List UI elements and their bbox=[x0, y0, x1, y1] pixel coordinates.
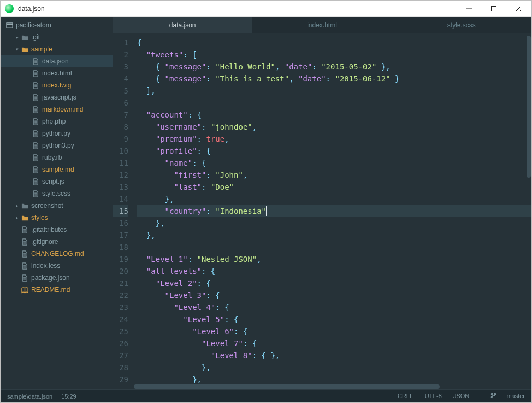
vertical-scrollbar[interactable] bbox=[526, 33, 531, 389]
tree-item-label: data.json bbox=[42, 57, 69, 65]
file-icon bbox=[31, 142, 40, 149]
tree-item-label: sample.md bbox=[42, 166, 74, 173]
tree-item[interactable]: data.json bbox=[1, 55, 113, 67]
code-line[interactable]: "first": "John", bbox=[137, 169, 531, 181]
tree-item[interactable]: script.js bbox=[1, 176, 113, 188]
svg-rect-1 bbox=[6, 22, 12, 27]
status-bar: sample\data.json 15:29 CRLF UTF-8 JSON m… bbox=[1, 389, 531, 402]
editor-tabs: data.jsonindex.htmlstyle.scss bbox=[113, 17, 531, 33]
file-icon bbox=[31, 130, 40, 137]
horizontal-scrollbar[interactable] bbox=[133, 384, 526, 389]
svg-point-4 bbox=[492, 396, 493, 398]
vertical-scroll-thumb[interactable] bbox=[527, 36, 531, 178]
status-branch[interactable]: master bbox=[481, 393, 525, 399]
horizontal-scroll-thumb[interactable] bbox=[134, 384, 440, 389]
text-cursor bbox=[266, 206, 267, 216]
code-area[interactable]: { "tweets": [ { "message": "Hello World"… bbox=[133, 33, 531, 389]
line-number: 23 bbox=[113, 301, 128, 313]
code-line[interactable]: }, bbox=[137, 217, 531, 229]
tree-item-label: javascript.js bbox=[42, 94, 76, 101]
folder-icon bbox=[20, 214, 29, 221]
line-number: 18 bbox=[113, 241, 128, 253]
tree-item[interactable]: .gitattributes bbox=[1, 224, 113, 236]
tree-item[interactable]: CHANGELOG.md bbox=[1, 248, 113, 260]
code-line[interactable]: }, bbox=[137, 229, 531, 241]
file-icon bbox=[31, 106, 40, 113]
tree-item[interactable]: markdown.md bbox=[1, 103, 113, 115]
file-icon bbox=[20, 226, 29, 233]
tree-item[interactable]: ▾sample bbox=[1, 43, 113, 55]
tree-item[interactable]: style.scss bbox=[1, 188, 113, 200]
tree-item[interactable]: python3.py bbox=[1, 139, 113, 151]
code-line[interactable]: "all levels": { bbox=[137, 265, 531, 277]
file-icon bbox=[31, 58, 40, 65]
line-number: 13 bbox=[113, 181, 128, 193]
editor-tab[interactable]: index.html bbox=[252, 17, 392, 33]
status-language[interactable]: JSON bbox=[453, 393, 469, 399]
tree-item[interactable]: javascript.js bbox=[1, 91, 113, 103]
code-line[interactable]: "Level 4": { bbox=[137, 301, 531, 313]
tree-item[interactable]: .gitignore bbox=[1, 236, 113, 248]
status-encoding[interactable]: UTF-8 bbox=[425, 393, 442, 399]
status-cursor[interactable]: 15:29 bbox=[61, 393, 76, 400]
code-line[interactable]: "Level 5": { bbox=[137, 313, 531, 325]
tree-item[interactable]: index.twig bbox=[1, 79, 113, 91]
tree-item-label: php.php bbox=[42, 118, 66, 125]
status-eol[interactable]: CRLF bbox=[398, 393, 413, 399]
code-line[interactable]: "last": "Doe" bbox=[137, 181, 531, 193]
code-line[interactable]: { "message": "Hello World", "date": "201… bbox=[137, 61, 531, 73]
close-button[interactable] bbox=[506, 1, 530, 16]
tree-item-label: index.less bbox=[31, 262, 60, 270]
tree-item[interactable]: ▸screenshot bbox=[1, 200, 113, 212]
code-editor[interactable]: 1234567891011121314151617181920212223242… bbox=[113, 33, 531, 389]
code-line[interactable] bbox=[137, 241, 531, 253]
line-number-gutter: 1234567891011121314151617181920212223242… bbox=[113, 33, 133, 389]
tree-item[interactable]: sample.md bbox=[1, 163, 113, 176]
tree-item[interactable]: php.php bbox=[1, 115, 113, 127]
code-line[interactable] bbox=[137, 97, 531, 109]
code-line[interactable]: "Level 6": { bbox=[137, 325, 531, 337]
editor-tab[interactable]: data.json bbox=[113, 17, 252, 33]
code-line[interactable]: "premium": true, bbox=[137, 133, 531, 145]
tree-item[interactable]: python.py bbox=[1, 127, 113, 139]
app-logo-icon bbox=[5, 4, 14, 13]
code-line[interactable]: ], bbox=[137, 85, 531, 97]
maximize-button[interactable] bbox=[481, 1, 506, 16]
code-line[interactable]: "username": "johndoe", bbox=[137, 121, 531, 133]
code-line[interactable]: "country": "Indonesia" bbox=[137, 205, 531, 217]
code-line[interactable]: "profile": { bbox=[137, 145, 531, 157]
line-number: 14 bbox=[113, 193, 128, 205]
code-line[interactable]: { "message": "This is a test", "date": "… bbox=[137, 73, 531, 85]
line-number: 9 bbox=[113, 133, 128, 145]
file-tree-sidebar[interactable]: pacific-atom ▸.git▾sampledata.jsonindex.… bbox=[1, 17, 113, 389]
chevron-icon: ▸ bbox=[14, 215, 20, 220]
line-number: 22 bbox=[113, 289, 128, 301]
line-number: 17 bbox=[113, 229, 128, 241]
code-line[interactable]: { bbox=[137, 37, 531, 49]
code-line[interactable]: "Level 2": { bbox=[137, 277, 531, 289]
tree-item[interactable]: ruby.rb bbox=[1, 151, 113, 163]
code-line[interactable]: "Level 1": "Nested JSON", bbox=[137, 253, 531, 265]
tree-item[interactable]: package.json bbox=[1, 272, 113, 284]
file-icon bbox=[31, 118, 40, 125]
file-icon bbox=[31, 178, 40, 185]
tree-item[interactable]: ▸.git bbox=[1, 31, 113, 43]
project-root[interactable]: pacific-atom bbox=[1, 19, 113, 31]
code-line[interactable]: "Level 3": { bbox=[137, 289, 531, 301]
window-title: data.json bbox=[18, 5, 45, 13]
tree-item[interactable]: index.less bbox=[1, 260, 113, 272]
tree-item[interactable]: ▸styles bbox=[1, 212, 113, 224]
code-line[interactable]: }, bbox=[137, 361, 531, 373]
code-line[interactable]: "name": { bbox=[137, 157, 531, 169]
code-line[interactable]: "Level 7": { bbox=[137, 337, 531, 349]
status-path[interactable]: sample\data.json bbox=[7, 393, 52, 400]
minimize-button[interactable] bbox=[457, 1, 481, 16]
tree-item[interactable]: README.md bbox=[1, 284, 113, 296]
tree-item[interactable]: index.html bbox=[1, 67, 113, 79]
code-line[interactable]: "account": { bbox=[137, 109, 531, 121]
code-line[interactable]: "tweets": [ bbox=[137, 49, 531, 61]
line-number: 11 bbox=[113, 157, 128, 169]
editor-tab[interactable]: style.scss bbox=[392, 17, 531, 33]
code-line[interactable]: }, bbox=[137, 193, 531, 205]
code-line[interactable]: "Level 8": { }, bbox=[137, 349, 531, 361]
